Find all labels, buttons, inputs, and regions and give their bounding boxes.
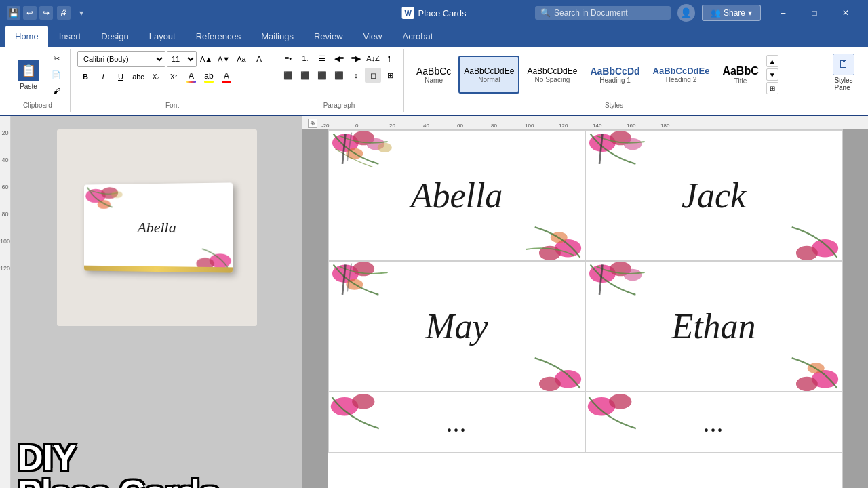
card-name-6[interactable]: ... xyxy=(704,407,724,439)
style-heading1[interactable]: AaBbCcDd Heading 1 xyxy=(585,56,645,94)
print-icon[interactable]: 🖨 xyxy=(57,6,71,20)
font-name-select[interactable]: Calibri (Body) xyxy=(77,51,165,67)
ruler-40: 40 xyxy=(423,123,429,129)
place-card-abella[interactable]: Abella xyxy=(328,130,585,261)
svg-point-4 xyxy=(210,253,231,268)
ruler-corner[interactable]: ⊕ xyxy=(308,119,317,128)
card-name-5[interactable]: ... xyxy=(447,407,467,439)
card-name-ethan[interactable]: Ethan xyxy=(671,306,755,346)
ruler-0: 0 xyxy=(355,123,358,129)
align-left-button[interactable]: ⬛ xyxy=(280,68,296,83)
document-title: W Place Cards xyxy=(402,7,467,19)
style-name[interactable]: AaBbCc Name xyxy=(411,56,456,94)
tab-acrobat[interactable]: Acrobat xyxy=(393,26,442,47)
decrease-indent-button[interactable]: ◀≡ xyxy=(331,51,347,66)
bold-button[interactable]: B xyxy=(77,69,94,84)
ruler-minus20: -20 xyxy=(321,123,330,129)
share-button[interactable]: 👥 Share ▾ xyxy=(702,5,761,21)
subscript-button[interactable]: X₂ xyxy=(148,69,164,84)
tab-review[interactable]: Review xyxy=(304,26,353,47)
tab-design[interactable]: Design xyxy=(92,26,138,47)
styles-pane-icon: 🗒 xyxy=(833,54,854,75)
increase-indent-button[interactable]: ≡▶ xyxy=(348,51,364,66)
minimize-button[interactable]: – xyxy=(768,0,799,26)
tab-references[interactable]: References xyxy=(186,26,250,47)
tab-mailings[interactable]: Mailings xyxy=(252,26,303,47)
place-card-jack[interactable]: Jack xyxy=(585,130,842,261)
align-right-button[interactable]: ⬛ xyxy=(314,68,330,83)
show-marks-button[interactable]: ¶ xyxy=(382,51,398,66)
thumbnail-preview: Abella xyxy=(57,129,257,326)
svg-point-16 xyxy=(589,134,616,152)
format-painter-button[interactable]: 🖌 xyxy=(48,83,64,98)
svg-point-21 xyxy=(796,246,818,260)
bullets-button[interactable]: ≡• xyxy=(280,51,296,66)
maximize-button[interactable]: □ xyxy=(799,0,830,26)
style-normal[interactable]: AaBbCcDdEe Normal xyxy=(458,56,519,94)
place-card-ethan[interactable]: Ethan xyxy=(585,261,842,392)
styles-scroll-up[interactable]: ▲ xyxy=(766,55,778,67)
change-case-button[interactable]: Aa xyxy=(233,52,250,66)
tab-home[interactable]: Home xyxy=(5,26,48,47)
styles-expand[interactable]: ⊞ xyxy=(766,82,778,94)
user-avatar[interactable]: 👤 xyxy=(677,4,695,22)
styles-scroll-down[interactable]: ▼ xyxy=(766,68,778,81)
borders-button[interactable]: ⊞ xyxy=(382,68,398,83)
strikethrough-button[interactable]: abc xyxy=(130,69,146,84)
superscript-button[interactable]: X² xyxy=(165,69,182,84)
style-heading2[interactable]: AaBbCcDdEe Heading 2 xyxy=(648,56,715,94)
multilevel-list-button[interactable]: ☰ xyxy=(314,51,330,66)
more-icon[interactable]: ▾ xyxy=(75,6,88,20)
underline-button[interactable]: U xyxy=(113,69,129,84)
vertical-ruler: 20 40 60 80 100 120 xyxy=(0,116,11,488)
close-button[interactable]: ✕ xyxy=(830,0,861,26)
save-icon[interactable]: 💾 xyxy=(7,6,20,20)
svg-point-24 xyxy=(346,279,363,290)
svg-point-38 xyxy=(588,397,616,416)
font-color-button[interactable]: A xyxy=(218,69,235,84)
justify-button[interactable]: ⬛ xyxy=(331,68,347,83)
place-card-may[interactable]: May xyxy=(328,261,585,392)
ruler-60: 60 xyxy=(457,123,463,129)
decrease-font-button[interactable]: A▼ xyxy=(216,52,232,66)
place-card-preview: Abella xyxy=(84,182,233,272)
text-effect-button[interactable]: A xyxy=(183,69,199,84)
shading-button[interactable]: ◻ xyxy=(365,68,381,83)
style-title[interactable]: AaBbC Title xyxy=(717,56,764,94)
redo-icon[interactable]: ↪ xyxy=(39,6,53,20)
card-name-abella[interactable]: Abella xyxy=(411,176,503,216)
card-name-may[interactable]: May xyxy=(425,306,488,346)
paste-button[interactable]: 📋 Paste xyxy=(11,57,46,93)
line-spacing-button[interactable]: ↕ xyxy=(348,68,364,83)
svg-line-26 xyxy=(347,264,351,292)
sort-button[interactable]: A↓Z xyxy=(365,51,381,66)
card-name-jack[interactable]: Jack xyxy=(682,176,746,216)
svg-line-19 xyxy=(599,134,602,163)
ruler-160: 160 xyxy=(627,123,635,129)
increase-font-button[interactable]: A▲ xyxy=(198,52,214,66)
tab-layout[interactable]: Layout xyxy=(140,26,185,47)
place-card-6[interactable]: ... xyxy=(585,392,842,453)
text-highlight-button[interactable]: ab xyxy=(201,69,217,84)
undo-icon[interactable]: ↩ xyxy=(23,6,37,20)
ruler-20: 20 xyxy=(389,123,395,129)
svg-point-27 xyxy=(555,370,581,388)
styles-pane-button[interactable]: 🗒 StylesPane xyxy=(830,51,857,94)
styles-pane-group: 🗒 StylesPane xyxy=(825,49,863,112)
font-size-select[interactable]: 11 xyxy=(167,51,197,67)
align-center-button[interactable]: ⬛ xyxy=(297,68,313,83)
search-box[interactable]: 🔍 Search in Document xyxy=(535,6,671,20)
copy-button[interactable]: 📄 xyxy=(48,67,64,82)
clear-format-button[interactable]: A xyxy=(251,52,267,66)
svg-point-8 xyxy=(367,138,385,150)
style-no-spacing[interactable]: AaBbCcDdEe No Spacing xyxy=(521,56,583,94)
place-card-5[interactable]: ... xyxy=(328,392,585,453)
titlebar: 💾 ↩ ↪ 🖨 ▾ W Place Cards 🔍 Search in Docu… xyxy=(0,0,868,26)
tab-insert[interactable]: Insert xyxy=(50,26,91,47)
svg-line-25 xyxy=(342,264,345,294)
tab-view[interactable]: View xyxy=(354,26,392,47)
italic-button[interactable]: I xyxy=(95,69,111,84)
list-row: ≡• 1. ☰ ◀≡ ≡▶ A↓Z ¶ xyxy=(280,51,398,66)
numbering-button[interactable]: 1. xyxy=(297,51,313,66)
cut-button[interactable]: ✂ xyxy=(48,51,64,66)
